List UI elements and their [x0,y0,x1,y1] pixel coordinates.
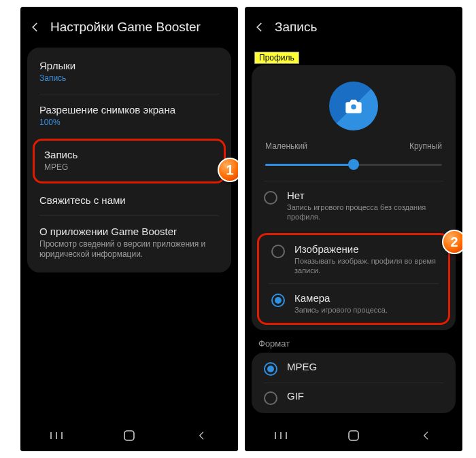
nav-back[interactable] [419,428,434,443]
slider-max-label: Крупный [409,141,442,151]
sublabel: Запись игрового процесса. [294,305,388,315]
item-record[interactable]: Запись MPEG [35,141,224,181]
callout-2: 2 [442,230,462,254]
back-button[interactable] [27,19,44,35]
sublabel: Запись [39,73,219,84]
label: Ярлыки [39,60,219,71]
svg-point-4 [351,104,356,109]
svg-rect-8 [349,431,358,440]
label: GIF [287,390,304,402]
profile-card: Маленький Крупный Нет Запись игрового пр… [252,65,456,330]
radio-icon-checked [271,294,285,307]
label: MPEG [287,361,317,372]
profile-badge: Профиль [254,52,299,64]
label: Нет [287,190,443,201]
phone-left: Настройки Game Booster Ярлыки Запись Раз… [20,7,238,451]
label: Свяжитесь с нами [39,194,219,206]
label: Камера [294,292,388,304]
highlight-options: Изображение Показывать изображ. профиля … [257,233,450,325]
phone-right: Запись Профиль Маленький Крупный [245,7,462,451]
item-resolution[interactable]: Разрешение снимков экрана 100% [27,94,231,138]
nav-recents[interactable] [49,428,64,443]
nav-back[interactable] [194,428,209,443]
format-gif[interactable]: GIF [252,383,456,412]
radio-icon [271,245,285,258]
item-shortcuts[interactable]: Ярлыки Запись [27,50,231,94]
label: Разрешение снимков экрана [39,104,219,116]
slider-min-label: Маленький [265,141,307,151]
radio-icon [264,191,277,205]
svg-rect-3 [124,431,134,440]
format-section-label: Формат [245,330,462,353]
sublabel: MPEG [44,162,214,173]
nav-home[interactable] [122,428,137,443]
format-mpeg[interactable]: MPEG [252,354,456,383]
navbar [245,420,462,451]
sublabel: Запись игрового процесса без создания пр… [287,202,443,222]
option-none[interactable]: Нет Запись игрового процесса без создани… [252,181,456,230]
nav-home[interactable] [346,428,361,443]
size-slider[interactable] [265,155,442,174]
option-camera[interactable]: Камера Запись игрового процесса. [259,284,448,323]
label: Запись [44,149,214,160]
highlight-record: Запись MPEG [33,139,226,183]
radio-icon-checked [264,362,277,376]
sublabel: Просмотр сведений о версии приложения и … [39,239,219,260]
page-title: Запись [275,20,317,35]
callout-number: 2 [450,234,458,250]
label: Изображение [294,243,436,255]
header-right: Запись [245,7,462,48]
back-button[interactable] [252,19,268,35]
sublabel: Показывать изображ. профиля во время зап… [294,256,436,276]
settings-card: Ярлыки Запись Разрешение снимков экрана … [27,48,231,272]
sublabel: 100% [39,118,219,128]
slider-labels: Маленький Крупный [252,141,456,155]
item-contact[interactable]: Свяжитесь с нами [27,185,231,215]
callout-number: 1 [226,162,233,178]
format-card: MPEG GIF [252,353,456,413]
callout-1: 1 [218,158,238,182]
radio-icon [264,391,277,405]
header-left: Настройки Game Booster [20,7,238,48]
page-title: Настройки Game Booster [50,20,201,35]
camera-icon [344,98,363,114]
label: О приложении Game Booster [39,226,219,237]
nav-recents[interactable] [273,428,288,443]
navbar [20,420,238,451]
option-image[interactable]: Изображение Показывать изображ. профиля … [259,235,448,284]
profile-avatar[interactable] [329,82,378,130]
item-about[interactable]: О приложении Game Booster Просмотр сведе… [27,216,231,270]
